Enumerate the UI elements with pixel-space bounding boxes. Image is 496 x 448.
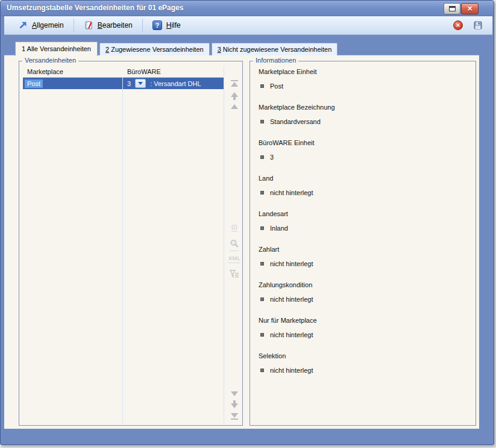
- column-header-bueroware[interactable]: BüroWARE: [122, 68, 161, 75]
- info-value-row: nicht hinterlegt: [259, 331, 469, 338]
- notebook-pen-icon: [84, 20, 93, 30]
- info-value: nicht hinterlegt: [270, 331, 313, 338]
- table-header-row: Marketplace BüroWARE: [23, 66, 224, 78]
- tab-bar: 1 Alle Versandeinheiten 2 Zugewiesene Ve…: [4, 35, 479, 55]
- info-value: nicht hinterlegt: [270, 367, 313, 374]
- bearbeiten-button[interactable]: Bearbeiten: [77, 17, 139, 33]
- content-panel: Versandeinheiten Marketplace BüroWARE Po…: [4, 55, 479, 429]
- bullet-icon: [260, 262, 264, 266]
- window-title: Umsetzungstabelle Versandeinheiten für 0…: [7, 4, 183, 12]
- chevron-down-icon: [138, 82, 143, 85]
- info-item: Marketplace Bezeichnung Standardversand: [259, 104, 469, 125]
- close-icon: ✕: [467, 5, 472, 13]
- search-icon[interactable]: [230, 239, 239, 251]
- move-to-bottom-button[interactable]: [231, 413, 238, 420]
- info-item: Selektion nicht hinterlegt: [259, 352, 469, 374]
- info-value: Post: [270, 82, 283, 90]
- bullet-icon: [260, 120, 264, 123]
- allgemein-label: Allgemein: [32, 21, 64, 30]
- bueroware-text: : Versandart DHL: [150, 80, 201, 87]
- close-button[interactable]: ✕: [461, 3, 479, 14]
- info-label: BüroWARE Einheit: [259, 139, 469, 146]
- info-item: Nur für Marketplace nicht hinterlegt: [259, 317, 469, 338]
- restore-icon: [449, 6, 456, 11]
- bullet-icon: [260, 297, 264, 301]
- info-item: Zahlungskondition nicht hinterlegt: [259, 281, 469, 303]
- cancel-icon[interactable]: ✕: [453, 20, 463, 30]
- info-value: nicht hinterlegt: [270, 296, 313, 303]
- bearbeiten-label: Bearbeiten: [98, 21, 133, 30]
- info-label: Land: [259, 175, 469, 182]
- arrow-up-right-icon: [18, 20, 28, 30]
- title-bar: Umsetzungstabelle Versandeinheiten für 0…: [1, 1, 494, 16]
- info-value-row: Inland: [259, 225, 469, 232]
- bullet-icon: [260, 84, 264, 88]
- toolbar: Allgemein Bearbeiten ? Hilfe ✕: [4, 16, 492, 35]
- bullet-icon: [260, 155, 264, 159]
- info-label: Marketplace Einheit: [259, 68, 469, 75]
- xml-icon[interactable]: XML: [228, 255, 240, 263]
- info-value: Inland: [270, 225, 288, 232]
- row-tools-column: (|) XML: [227, 66, 242, 424]
- cell-marketplace: Post: [23, 80, 122, 87]
- restore-button[interactable]: [444, 3, 460, 14]
- toolbar-right: ✕: [453, 20, 492, 30]
- info-item: Marketplace Einheit Post: [259, 68, 469, 90]
- column-header-marketplace[interactable]: Marketplace: [23, 68, 122, 75]
- info-item: Landesart Inland: [259, 210, 469, 232]
- info-label: Zahlungskondition: [259, 281, 469, 288]
- info-value-row: nicht hinterlegt: [259, 189, 469, 196]
- info-value: nicht hinterlegt: [270, 189, 313, 196]
- scroll-up-button[interactable]: [231, 104, 238, 109]
- table-row-selected[interactable]: Post 3 : Versandart DHL: [23, 78, 224, 89]
- versandeinheiten-groupbox: Versandeinheiten Marketplace BüroWARE Po…: [19, 61, 243, 426]
- info-value-row: Standardversand: [259, 118, 469, 125]
- help-icon: ?: [152, 20, 162, 30]
- column-divider: [122, 78, 123, 424]
- info-value: nicht hinterlegt: [270, 260, 313, 267]
- scroll-down-button[interactable]: [231, 391, 238, 396]
- info-label: Landesart: [259, 210, 469, 217]
- info-item: BüroWARE Einheit 3: [259, 139, 469, 161]
- brackets-icon[interactable]: (|): [231, 224, 237, 232]
- filter-icon[interactable]: [230, 270, 239, 279]
- bueroware-dropdown-button[interactable]: [135, 79, 146, 88]
- versandeinheiten-legend: Versandeinheiten: [22, 57, 78, 64]
- info-label: Zahlart: [259, 246, 469, 253]
- bullet-icon: [260, 191, 264, 194]
- move-up-button[interactable]: [231, 92, 238, 100]
- info-value-row: Post: [259, 82, 469, 90]
- info-list: Marketplace Einheit Post Marketplace Bez…: [259, 68, 469, 388]
- info-value-row: nicht hinterlegt: [259, 296, 469, 303]
- info-value: 3: [270, 154, 274, 161]
- info-item: Land nicht hinterlegt: [259, 175, 469, 196]
- informationen-groupbox: Informationen Marketplace Einheit Post M…: [250, 61, 476, 426]
- move-to-top-button[interactable]: [231, 79, 238, 87]
- move-down-button[interactable]: [231, 400, 238, 408]
- info-value-row: nicht hinterlegt: [259, 260, 469, 267]
- info-value: Standardversand: [270, 118, 321, 125]
- hilfe-button[interactable]: ? Hilfe: [146, 17, 187, 33]
- toolbar-separator: [74, 19, 74, 32]
- bullet-icon: [260, 369, 264, 372]
- bueroware-number: 3: [127, 80, 131, 87]
- dialog-window: Umsetzungstabelle Versandeinheiten für 0…: [0, 0, 494, 445]
- allgemein-button[interactable]: Allgemein: [11, 17, 71, 33]
- info-item: Zahlart nicht hinterlegt: [259, 246, 469, 267]
- info-label: Nur für Marketplace: [259, 317, 469, 324]
- cell-bueroware: 3 : Versandart DHL: [122, 79, 201, 88]
- informationen-legend: Informationen: [253, 57, 298, 64]
- info-label: Selektion: [259, 352, 469, 359]
- save-icon[interactable]: [473, 20, 483, 30]
- toolbar-separator: [142, 19, 143, 32]
- tab-alle-versandeinheiten[interactable]: 1 Alle Versandeinheiten: [15, 42, 98, 56]
- hilfe-label: Hilfe: [166, 21, 181, 30]
- info-value-row: nicht hinterlegt: [259, 367, 469, 374]
- bullet-icon: [260, 226, 264, 230]
- tab-nicht-zugewiesene-versandeinheiten[interactable]: 3 Nicht zugewiesene Versandeinheiten: [212, 43, 338, 55]
- versandeinheiten-table: Marketplace BüroWARE Post 3 : Versandart…: [23, 66, 224, 424]
- bullet-icon: [260, 333, 264, 337]
- info-label: Marketplace Bezeichnung: [259, 104, 469, 111]
- tab-zugewiesene-versandeinheiten[interactable]: 2 Zugewiesene Versandeinheiten: [99, 43, 210, 55]
- info-value-row: 3: [259, 154, 469, 161]
